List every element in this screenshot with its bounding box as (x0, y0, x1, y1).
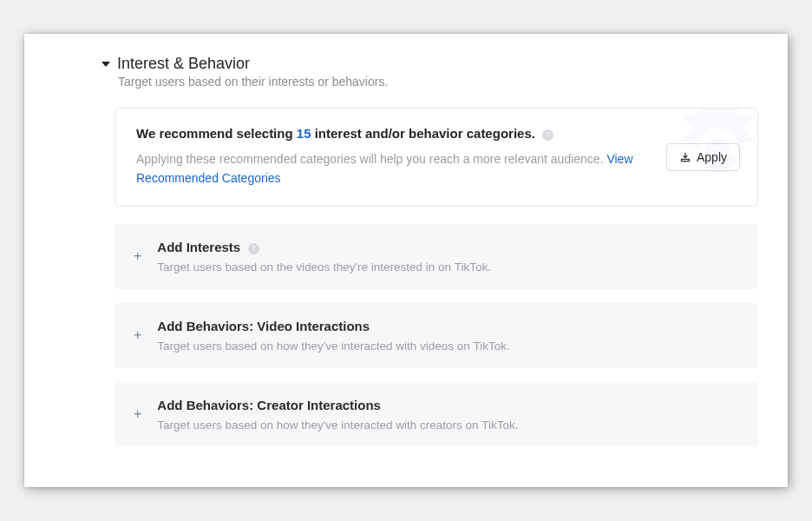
card-subtitle: Target users based on how they've intera… (157, 340, 741, 353)
add-interests-card[interactable]: + Add Interests ? Target users based on … (115, 224, 758, 289)
recommendation-count: 15 (297, 126, 311, 141)
card-subtitle: Target users based on how they've intera… (157, 419, 741, 432)
apply-button-label: Apply (697, 150, 727, 164)
apply-download-icon (679, 151, 691, 163)
card-title-line: Add Interests ? (157, 240, 741, 255)
section-header[interactable]: Interest & Behavior (102, 55, 758, 73)
recommendation-title-prefix: We recommend selecting (136, 126, 297, 141)
svg-rect-0 (681, 159, 689, 161)
info-icon[interactable]: ? (542, 129, 553, 141)
info-icon[interactable]: ? (248, 243, 259, 254)
recommendation-description: Applying these recommended categories wi… (136, 150, 656, 188)
card-body: Add Interests ? Target users based on th… (157, 240, 741, 274)
caret-down-icon (102, 62, 110, 67)
interest-behavior-section: Interest & Behavior Target users based o… (54, 55, 758, 446)
apply-button[interactable]: Apply (666, 143, 740, 171)
plus-icon: + (134, 406, 141, 422)
settings-panel: Interest & Behavior Target users based o… (24, 34, 788, 486)
card-title: Add Interests (157, 240, 240, 254)
section-title: Interest & Behavior (117, 55, 250, 73)
plus-icon: + (134, 248, 141, 264)
card-title: Add Behaviors: Creator Interactions (157, 398, 381, 412)
plus-icon: + (134, 327, 141, 343)
add-behaviors-video-card[interactable]: + Add Behaviors: Video Interactions Targ… (115, 303, 758, 368)
card-body: Add Behaviors: Creator Interactions Targ… (157, 398, 741, 432)
recommendation-text-block: We recommend selecting 15 interest and/o… (136, 126, 656, 188)
card-body: Add Behaviors: Video Interactions Target… (157, 319, 741, 353)
recommendation-box: We recommend selecting 15 interest and/o… (115, 108, 758, 206)
recommendation-description-text: Applying these recommended categories wi… (136, 152, 606, 166)
recommendation-title-line: We recommend selecting 15 interest and/o… (136, 126, 656, 142)
add-behaviors-creator-card[interactable]: + Add Behaviors: Creator Interactions Ta… (115, 382, 758, 447)
section-subtitle: Target users based on their interests or… (118, 75, 758, 89)
card-title: Add Behaviors: Video Interactions (157, 319, 370, 333)
card-subtitle: Target users based on the videos they're… (157, 260, 741, 274)
recommendation-title-suffix: interest and/or behavior categories. (311, 126, 534, 141)
